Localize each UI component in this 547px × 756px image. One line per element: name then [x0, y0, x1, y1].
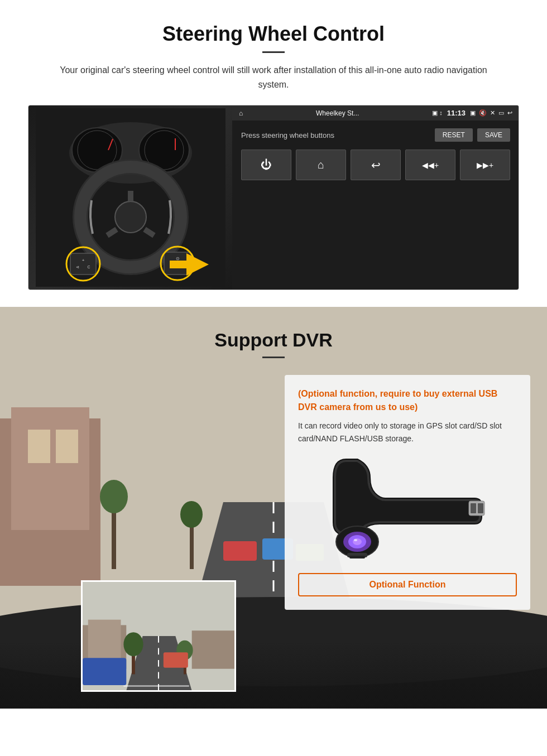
steering-demo-row: + ⊲ C ⊙ ◁ ◈	[28, 105, 519, 290]
steering-title-underline	[262, 51, 285, 53]
dvr-camera-svg	[329, 455, 486, 561]
dvr-thumb-inner	[83, 582, 234, 690]
svg-rect-65	[123, 685, 189, 687]
svg-rect-64	[83, 658, 126, 685]
dvr-title-underline	[262, 357, 285, 358]
svg-text:⊙: ⊙	[175, 256, 179, 261]
dvr-content-overlay: Support DVR (Optional function, require …	[0, 307, 547, 610]
android-action-buttons: RESET SAVE	[435, 128, 510, 142]
dvr-camera-image	[298, 452, 517, 564]
reset-button[interactable]: RESET	[435, 128, 473, 142]
sim-icon: ▣ ↕	[432, 109, 443, 117]
svg-rect-44	[471, 503, 476, 513]
dvr-title: Support DVR	[0, 329, 547, 351]
app-name-label: Wheelkey St...	[247, 109, 428, 117]
ctrl-vol-down[interactable]: ◀◀+	[405, 150, 455, 180]
android-topbar: ⌂ Wheelkey St... ▣ ↕ 11:13 ▣ 🔇 ✕ ▭ ↩	[232, 105, 519, 121]
dvr-section: Support DVR (Optional function, require …	[0, 307, 547, 709]
steering-wheel-photo: + ⊲ C ⊙ ◁ ◈	[28, 105, 232, 290]
controls-grid: ⏻ ⌂ ↩ ◀◀+ ▶▶+	[241, 150, 510, 180]
svg-point-50	[354, 539, 357, 541]
svg-point-60	[123, 632, 143, 656]
svg-rect-58	[192, 630, 234, 668]
svg-rect-45	[478, 503, 483, 513]
status-icons: ▣ 🔇 ✕ ▭ ↩	[470, 109, 512, 117]
camera-icon: ▣	[470, 109, 476, 117]
instruction-row: Press steering wheel buttons RESET SAVE	[241, 128, 510, 142]
volume-icon: 🔇	[479, 109, 487, 117]
svg-text:⊲: ⊲	[76, 265, 79, 269]
ctrl-home[interactable]: ⌂	[296, 150, 346, 180]
svg-rect-14	[70, 253, 96, 275]
dvr-thumbnail	[81, 580, 236, 692]
steering-title: Steering Wheel Control	[28, 22, 519, 46]
instruction-text: Press steering wheel buttons	[241, 131, 334, 139]
dvr-card-row: (Optional function, require to buy exter…	[0, 375, 547, 610]
optional-function-btn-wrap: Optional Function	[298, 573, 517, 596]
svg-point-10	[115, 201, 146, 233]
optional-function-button[interactable]: Optional Function	[298, 573, 517, 596]
svg-rect-25	[170, 261, 188, 268]
ctrl-back[interactable]: ↩	[351, 150, 401, 180]
dvr-description: It can record video only to storage in G…	[298, 420, 517, 445]
back-icon: ↩	[507, 109, 512, 117]
steering-subtitle: Your original car's steering wheel contr…	[45, 63, 502, 92]
svg-text:+: +	[81, 258, 84, 263]
dvr-info-card: (Optional function, require to buy exter…	[285, 375, 530, 610]
ctrl-power[interactable]: ⏻	[241, 150, 291, 180]
android-content-area: Press steering wheel buttons RESET SAVE …	[232, 121, 519, 188]
home-icon: ⌂	[239, 109, 243, 117]
x-icon: ✕	[490, 109, 495, 117]
steering-section: Steering Wheel Control Your original car…	[0, 0, 547, 307]
steering-wheel-svg: + ⊲ C ⊙ ◁ ◈	[36, 108, 225, 287]
dvr-optional-notice: (Optional function, require to buy exter…	[298, 387, 517, 414]
ctrl-vol-up[interactable]: ▶▶+	[460, 150, 510, 180]
svg-rect-52	[349, 556, 365, 558]
android-screen-panel: ⌂ Wheelkey St... ▣ ↕ 11:13 ▣ 🔇 ✕ ▭ ↩ Pre…	[232, 105, 519, 290]
svg-text:C: C	[87, 265, 90, 269]
save-button[interactable]: SAVE	[477, 128, 510, 142]
dashcam-view-svg	[83, 582, 234, 690]
screen-icon: ▭	[498, 109, 504, 117]
clock-display: 11:13	[447, 109, 466, 117]
svg-point-49	[353, 538, 362, 545]
svg-rect-63	[164, 653, 188, 668]
